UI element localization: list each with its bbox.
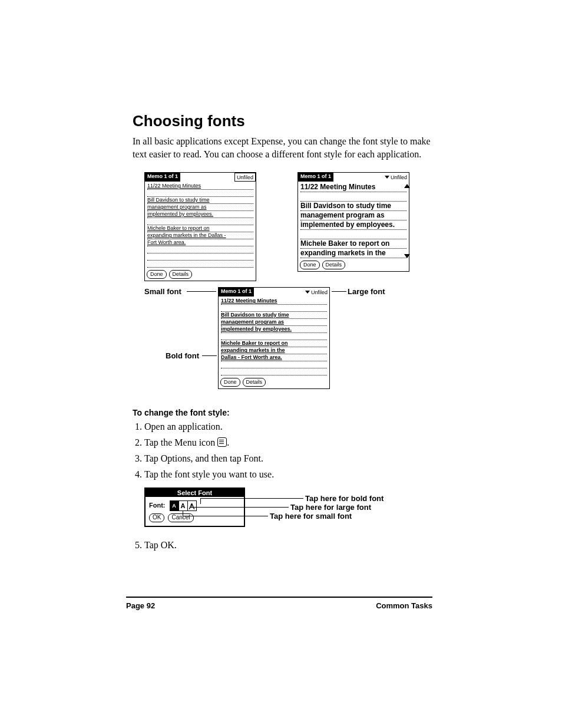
scroll-down-icon[interactable] bbox=[404, 254, 410, 258]
step-1: Open an application. bbox=[144, 421, 432, 433]
font-option-group: A A A bbox=[170, 500, 197, 511]
steps-list-cont: Tap OK. bbox=[133, 539, 432, 552]
steps-list: Open an application. Tap the Menu icon .… bbox=[133, 421, 432, 480]
memo-title-line: 11/22 Meeting Minutes bbox=[300, 183, 406, 192]
page-number: Page 92 bbox=[126, 601, 155, 610]
callout-large: Tap here for large font bbox=[290, 503, 371, 512]
done-button[interactable]: Done bbox=[220, 378, 240, 387]
intro-paragraph: In all basic applications except Expense… bbox=[133, 135, 432, 160]
callout-large-font: Large font bbox=[348, 287, 385, 296]
memo-title-line: 11/22 Meeting Minutes bbox=[221, 298, 327, 305]
callout-bold: Tap here for bold font bbox=[305, 494, 384, 503]
screenshots-figure: Memo 1 of 1 Unfiled 11/22 Meeting Minute… bbox=[144, 172, 432, 402]
details-button[interactable]: Details bbox=[322, 261, 346, 269]
page-title: Choosing fonts bbox=[133, 112, 432, 130]
instruction-header: To change the font style: bbox=[133, 408, 432, 417]
page-footer: Page 92 Common Tasks bbox=[126, 597, 432, 610]
category-selector[interactable]: Unfiled bbox=[303, 288, 329, 297]
category-selector[interactable]: Unfiled bbox=[383, 173, 409, 182]
memo-counter: Memo 1 of 1 bbox=[219, 288, 254, 297]
step-2: Tap the Menu icon . bbox=[144, 437, 432, 449]
font-label: Font: bbox=[149, 502, 165, 509]
font-option-large[interactable]: A bbox=[179, 501, 188, 510]
step-4: Tap the font style you want to use. bbox=[144, 469, 432, 481]
section-name: Common Tasks bbox=[376, 601, 432, 610]
step-5: Tap OK. bbox=[144, 539, 432, 552]
cancel-button[interactable]: Cancel bbox=[168, 513, 193, 522]
chevron-down-icon bbox=[385, 176, 389, 179]
memo-largefont: Memo 1 of 1 Unfiled 11/22 Meeting Minute… bbox=[297, 172, 409, 272]
done-button[interactable]: Done bbox=[147, 270, 167, 279]
done-button[interactable]: Done bbox=[300, 261, 320, 269]
font-option-small[interactable]: A bbox=[170, 501, 179, 510]
menu-icon bbox=[217, 437, 227, 447]
memo-counter: Memo 1 of 1 bbox=[298, 173, 333, 182]
chevron-down-icon bbox=[305, 291, 310, 294]
dialog-title: Select Font bbox=[146, 489, 244, 497]
category-selector[interactable]: Unfiled bbox=[234, 173, 256, 182]
details-button[interactable]: Details bbox=[243, 378, 266, 387]
memo-boldfont: Memo 1 of 1 Unfiled 11/22 Meeting Minute… bbox=[218, 287, 330, 389]
dialog-figure: Select Font Font: A A A OK Cancel Tap he… bbox=[144, 487, 432, 535]
ok-button[interactable]: OK bbox=[149, 513, 164, 522]
callout-small-font: Small font bbox=[144, 287, 181, 296]
step-3: Tap Options, and then tap Font. bbox=[144, 453, 432, 465]
details-button[interactable]: Details bbox=[169, 270, 193, 279]
memo-counter: Memo 1 of 1 bbox=[145, 173, 180, 182]
scroll-up-icon[interactable] bbox=[404, 184, 410, 188]
memo-title-line: 11/22 Meeting Minutes bbox=[147, 183, 253, 190]
memo-smallfont: Memo 1 of 1 Unfiled 11/22 Meeting Minute… bbox=[144, 172, 256, 281]
callout-small: Tap here for small font bbox=[270, 512, 352, 521]
callout-bold-font: Bold font bbox=[166, 351, 199, 360]
